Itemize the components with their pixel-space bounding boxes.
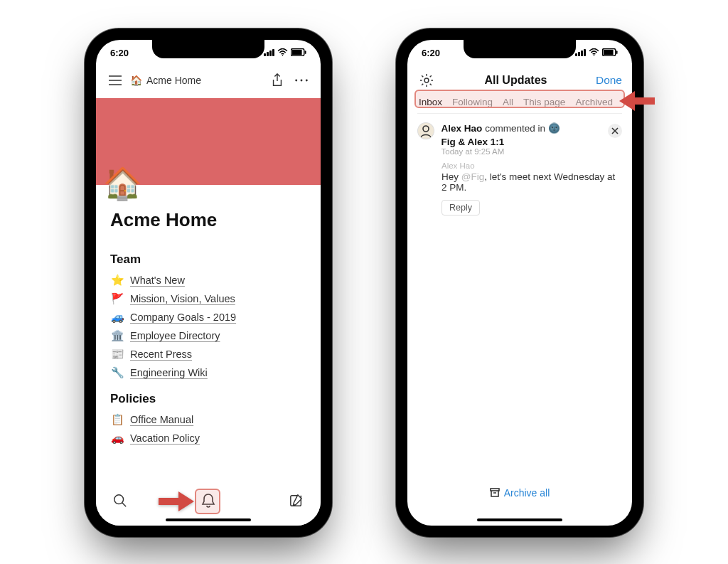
avatar bbox=[417, 122, 434, 139]
search-button[interactable] bbox=[110, 491, 130, 511]
status-time: 6:20 bbox=[110, 48, 129, 58]
page-link-mission[interactable]: 🚩Mission, Vision, Values bbox=[110, 289, 306, 308]
page-link-label: Engineering Wiki bbox=[130, 367, 208, 378]
reply-button[interactable]: Reply bbox=[441, 200, 480, 216]
page-link-wiki[interactable]: 🔧Engineering Wiki bbox=[110, 363, 306, 382]
update-item[interactable]: Alex Hao commented in 🌚 Fig & Alex 1:1 T… bbox=[407, 118, 632, 220]
page-link-label: Company Goals - 2019 bbox=[130, 312, 236, 323]
page-icon: 🏠 bbox=[103, 165, 142, 202]
status-indicators bbox=[264, 48, 306, 58]
home-indicator bbox=[166, 518, 251, 521]
page-link-label: Employee Directory bbox=[130, 330, 220, 341]
menu-button[interactable] bbox=[106, 71, 124, 90]
page-content[interactable]: Acme Home Team ⭐What's New 🚩Mission, Vis… bbox=[96, 185, 321, 526]
notch bbox=[152, 40, 264, 58]
settings-button[interactable] bbox=[417, 71, 436, 90]
more-button[interactable] bbox=[292, 71, 311, 90]
wifi-icon bbox=[277, 48, 288, 58]
tabs-divider bbox=[417, 113, 622, 114]
svg-rect-3 bbox=[305, 50, 306, 54]
page-link-label: Mission, Vision, Values bbox=[130, 293, 235, 304]
phone-left: 6:20 🏠 Acme Home bbox=[85, 28, 332, 537]
battery-icon bbox=[602, 48, 618, 58]
svg-point-12 bbox=[424, 78, 429, 83]
svg-point-6 bbox=[306, 80, 308, 82]
notch bbox=[464, 40, 576, 58]
page-link-vacation[interactable]: 🚗Vacation Policy bbox=[110, 429, 306, 447]
wifi-icon bbox=[589, 48, 599, 58]
page-header: 🏠 Acme Home bbox=[96, 65, 321, 98]
home-indicator bbox=[477, 518, 562, 521]
svg-point-8 bbox=[594, 54, 595, 55]
screen-home: 6:20 🏠 Acme Home bbox=[96, 40, 321, 526]
page-link-press[interactable]: 📰Recent Press bbox=[110, 345, 306, 363]
page-emoji: 🌚 bbox=[548, 122, 560, 134]
page-title: Acme Home bbox=[110, 209, 306, 231]
phone-right: 6:20 All Updates Done Inbox Fo bbox=[396, 28, 643, 537]
comment-author: Alex Hao bbox=[441, 161, 622, 170]
svg-rect-10 bbox=[604, 49, 614, 54]
actor-name: Alex Hao bbox=[441, 123, 483, 134]
page-link-label: What's New bbox=[130, 275, 185, 286]
flag-icon: 🚩 bbox=[110, 292, 124, 305]
battery-icon bbox=[291, 48, 306, 58]
dismiss-button[interactable] bbox=[608, 124, 622, 138]
svg-rect-11 bbox=[616, 50, 618, 54]
status-indicators bbox=[575, 48, 618, 58]
status-time: 6:20 bbox=[422, 48, 440, 58]
wrench-icon: 🔧 bbox=[110, 366, 124, 379]
breadcrumb-title: Acme Home bbox=[146, 75, 201, 86]
building-icon: 🏛️ bbox=[110, 329, 124, 342]
star-icon: ⭐ bbox=[110, 274, 124, 287]
breadcrumb-emoji: 🏠 bbox=[130, 75, 142, 86]
page-link-label: Office Manual bbox=[130, 414, 193, 425]
page-banner: 🏠 bbox=[96, 98, 321, 185]
svg-point-13 bbox=[423, 126, 429, 132]
breadcrumb[interactable]: 🏠 Acme Home bbox=[130, 75, 201, 86]
done-button[interactable]: Done bbox=[596, 74, 622, 87]
update-header: Alex Hao commented in 🌚 Fig & Alex 1:1 T… bbox=[417, 122, 622, 156]
arrow-icon bbox=[157, 487, 197, 516]
car-icon: 🚙 bbox=[110, 311, 124, 324]
svg-rect-14 bbox=[491, 489, 499, 491]
svg-point-5 bbox=[301, 80, 303, 82]
page-link-office-manual[interactable]: 📋Office Manual bbox=[110, 410, 306, 429]
section-heading-team: Team bbox=[110, 252, 306, 267]
svg-point-7 bbox=[114, 495, 124, 504]
comment-block: Alex Hao Hey @Fig, let's meet next Wedne… bbox=[441, 161, 622, 216]
update-title: Alex Hao commented in 🌚 Fig & Alex 1:1 bbox=[441, 122, 623, 147]
arrow-icon bbox=[616, 87, 656, 118]
page-link-label: Vacation Policy bbox=[130, 432, 200, 444]
page-link-goals[interactable]: 🚙Company Goals - 2019 bbox=[110, 308, 306, 326]
mention: @Fig bbox=[461, 171, 484, 182]
cellular-icon bbox=[575, 49, 586, 56]
archive-all-button[interactable]: Archive all bbox=[407, 487, 632, 499]
comment-prefix: Hey bbox=[441, 171, 461, 182]
action-text: commented in bbox=[485, 123, 545, 134]
comment-text: Hey @Fig, let's meet next Wednesday at 2… bbox=[441, 171, 622, 193]
svg-rect-2 bbox=[292, 49, 302, 54]
compose-button[interactable] bbox=[287, 491, 306, 511]
clipboard-icon: 📋 bbox=[110, 413, 124, 426]
svg-point-0 bbox=[282, 54, 284, 55]
page-name: Fig & Alex 1:1 bbox=[441, 137, 505, 147]
section-heading-policies: Policies bbox=[110, 392, 306, 406]
svg-point-4 bbox=[295, 80, 297, 82]
news-icon: 📰 bbox=[110, 348, 124, 361]
highlight-tabs bbox=[414, 90, 625, 108]
highlight-updates-button bbox=[195, 489, 220, 514]
share-button[interactable] bbox=[268, 71, 287, 90]
page-link-label: Recent Press bbox=[130, 348, 192, 360]
car2-icon: 🚗 bbox=[110, 432, 124, 445]
header-title: All Updates bbox=[436, 74, 596, 87]
cellular-icon bbox=[264, 49, 274, 56]
page-link-directory[interactable]: 🏛️Employee Directory bbox=[110, 326, 306, 345]
page-link-whats-new[interactable]: ⭐What's New bbox=[110, 271, 306, 289]
archive-all-label: Archive all bbox=[504, 487, 550, 499]
update-time: Today at 9:25 AM bbox=[441, 147, 623, 156]
screen-updates: 6:20 All Updates Done Inbox Fo bbox=[407, 40, 632, 526]
